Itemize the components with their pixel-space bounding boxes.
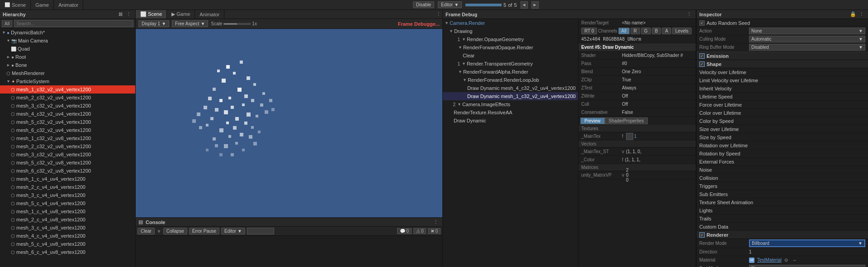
console-error-pause-button[interactable]: Error Pause [189,228,219,234]
emission-checkbox[interactable]: ✓ [699,53,705,59]
hierarchy-item-mesh9[interactable]: ⬡mesh_3_c32_v2_uv8_vertex1200 [0,150,135,159]
tree-image-effects[interactable]: 2 ▼ Camera.ImageEffects [443,100,578,108]
hierarchy-item-mesh8[interactable]: ⬡mesh_2_c32_v2_uv8_vertex1200 [0,142,135,150]
inspector-rotation-by-speed[interactable]: Rotation by Speed [697,150,868,158]
inspector-lock-button[interactable]: 🔒 [849,11,858,18]
hierarchy-item-mesh2[interactable]: ⬡mesh_2_c32_v2_uv4_vertex1200 [0,94,135,102]
ring-buffer-mode-dropdown[interactable]: Disabled ▼ [749,44,865,51]
shader-props-tab[interactable]: ShaderProperties [605,117,648,124]
hierarchy-item-mesh5[interactable]: ⬡mesh_5_c32_v2_uv4_vertex1200 [0,118,135,126]
hierarchy-item-mesh1[interactable]: ⬡ mesh_1_c32_v2_uv4_vertex1200 [0,85,135,94]
hierarchy-item-mesh6[interactable]: ⬡mesh_6_c32_v2_uv4_vertex1200 [0,126,135,134]
hierarchy-item-mesh21[interactable]: ⬡mesh_6_c_v4_uv8_vertex1200 [0,248,135,256]
tree-renderloop[interactable]: ▼ RenderForward.RenderLoopJob [443,76,578,84]
inspector-custom-data[interactable]: Custom Data [697,223,868,231]
tree-camera-render[interactable]: ▼ Camera.Render [443,19,578,27]
scene-viewport[interactable] [136,29,442,217]
scale-slider[interactable] [223,23,251,25]
channel-a-button[interactable]: A [662,28,671,34]
render-mode-dropdown[interactable]: Billboard ▼ [749,239,865,247]
inspector-velocity-over-lifetime[interactable]: Velocity over Lifetime [697,68,868,76]
hierarchy-item-root[interactable]: ► ● Root [0,53,135,61]
hierarchy-item-quad[interactable]: ⬜ Quad [0,45,135,53]
hierarchy-item-mesh11[interactable]: ⬡mesh_6_c32_v2_uv8_vertex1200 [0,167,135,175]
inspector-external-forces[interactable]: External Forces [697,158,868,166]
inspector-size-over-lifetime[interactable]: Size over Lifetime [697,125,868,133]
inspector-size-by-speed[interactable]: Size by Speed [697,133,868,141]
editor-dropdown[interactable]: Editor ▼ [438,1,462,8]
rt0-button[interactable]: RT 0 [581,28,597,34]
tree-resolve-aa[interactable]: RenderTexture.ResolveAA [443,108,578,117]
channel-r-button[interactable]: R [631,28,640,34]
hierarchy-all-button[interactable]: All [2,20,12,27]
inspector-inherit-velocity[interactable]: Inherit Velocity [697,84,868,93]
channel-g-button[interactable]: G [641,28,651,34]
hierarchy-item-mesh18[interactable]: ⬡mesh_3_c_v4_uv8_vertex1200 [0,224,135,232]
console-menu-button[interactable]: ⋮ [432,219,440,225]
sort-mode-dropdown[interactable]: None ▼ [749,265,865,267]
console-editor-button[interactable]: Editor ▼ [221,228,245,234]
hierarchy-menu-button[interactable]: ⋮ [125,11,133,18]
aspect-dropdown[interactable]: Free Aspect ▼ [172,20,208,27]
inspector-sub-emitters[interactable]: Sub Emitters [697,190,868,198]
hierarchy-item-mesh14[interactable]: ⬡mesh_3_c_v4_uv4_vertex1200 [0,191,135,199]
inspector-texture-sheet[interactable]: Texture Sheet Animation [697,198,868,206]
levels-button[interactable]: Levels [672,28,692,34]
section-shape[interactable]: ✓ Shape [697,60,868,68]
culling-mode-dropdown[interactable]: Automatic ▼ [749,36,865,42]
tree-drawing[interactable]: ▼ Drawing [443,27,578,35]
section-emission[interactable]: ✓ Emission [697,52,868,60]
inspector-triggers[interactable]: Triggers [697,182,868,190]
hierarchy-item-bone[interactable]: ► ● Bone [0,61,135,69]
shape-checkbox[interactable]: ✓ [699,61,705,67]
auto-random-seed-checkbox[interactable]: ✓ [699,20,705,26]
tree-clear[interactable]: Clear [443,52,578,60]
tab-game[interactable]: Game [31,0,54,9]
tree-opaque-geo[interactable]: 1 ▼ Render.OpaqueGeometry [443,35,578,43]
tab-animator[interactable]: Animator [54,0,83,9]
scene-tab-game[interactable]: ▶ Game [167,10,195,19]
hierarchy-item-mesh20[interactable]: ⬡mesh_5_c_v4_uv8_vertex1200 [0,240,135,248]
console-search-input[interactable] [247,228,274,234]
inspector-limit-velocity[interactable]: Limit Velocity over Lifetime [697,76,868,84]
prev-frame-button[interactable]: ◄ [521,1,528,9]
inspector-menu-button[interactable]: ⋮ [858,11,865,18]
hierarchy-item-mesh16[interactable]: ⬡mesh_1_c_v4_uv8_vertex1200 [0,207,135,215]
renderer-checkbox[interactable]: ✓ [699,232,705,238]
display-dropdown[interactable]: Display 1 ▼ [138,20,169,27]
hierarchy-search-input[interactable] [14,20,133,27]
scene-tab-scene[interactable]: ⬜ Scene [136,10,167,19]
material-pick-button[interactable]: ⊙ [783,257,789,263]
inspector-color-over-lifetime[interactable]: Color over Lifetime [697,109,868,117]
tree-forward-alpha[interactable]: ▼ RenderForwardAlpha.Render [443,68,578,76]
section-renderer[interactable]: ✓ Renderer [697,231,868,239]
next-frame-button[interactable]: ► [531,1,539,9]
channel-b-button[interactable]: B [652,28,661,34]
preview-tab[interactable]: Preview [580,117,605,124]
hierarchy-item-meshrenderer[interactable]: ⬡ MeshRenderer [0,69,135,77]
hierarchy-item-maincamera[interactable]: ▼ 📷 Main Camera [0,37,135,45]
hierarchy-lock-button[interactable]: ⊠ [117,11,124,18]
scene-tab-animator[interactable]: Animator [195,10,224,19]
tree-draw-dynamic-mesh1[interactable]: Draw Dynamic mesh_1_c32_v2_uv4_vertex120… [443,92,578,100]
frame-debug-menu-button[interactable]: ⋮ [685,11,693,18]
hierarchy-item-dynamicbatch[interactable]: ▼ ● DynamicBatch* [0,28,135,37]
scene-menu-button[interactable]: ⋮ [435,11,442,18]
tree-draw-dynamic-mesh4[interactable]: Draw Dynamic mesh_4_c32_v2_uv4_vertex120… [443,84,578,92]
hierarchy-item-mesh3[interactable]: ⬡mesh_3_c32_v2_uv4_vertex1200 [0,102,135,110]
console-clear-button[interactable]: Clear [138,228,155,234]
inspector-noise[interactable]: Noise [697,166,868,174]
hierarchy-item-particlesystem[interactable]: ▼ ✦ ParticleSystem [0,77,135,85]
inspector-trails[interactable]: Trails [697,215,868,223]
hierarchy-item-mesh15[interactable]: ⬡mesh_5_c_v4_uv4_vertex1200 [0,199,135,207]
inspector-rotation-over-lifetime[interactable]: Rotation over Lifetime [697,141,868,150]
hierarchy-item-mesh7[interactable]: ⬡mesh_1_c32_v2_uv8_vertex1200 [0,134,135,142]
hierarchy-item-mesh12[interactable]: ⬡mesh_1_c_v4_uv4_vertex1200 [0,175,135,183]
tree-draw-dynamic[interactable]: Draw Dynamic [443,117,578,125]
disable-button[interactable]: Disable [413,1,434,8]
hierarchy-item-mesh13[interactable]: ⬡mesh_2_c_v4_uv4_vertex1200 [0,183,135,191]
material-goto-button[interactable]: → [791,257,798,263]
tab-scene[interactable]: ⬜ Scene [0,0,31,9]
stop-action-dropdown[interactable]: None ▼ [749,28,865,34]
console-collapse-button[interactable]: Collapse [163,228,187,234]
